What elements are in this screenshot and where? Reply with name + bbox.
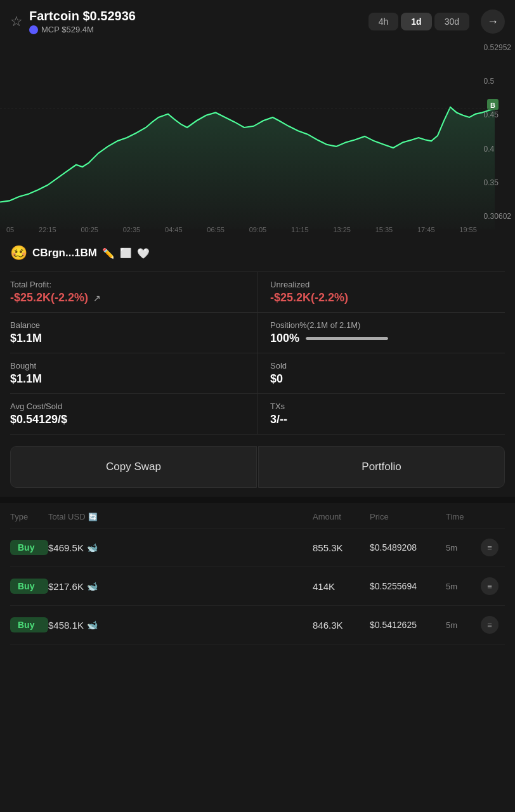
position-bar-fill xyxy=(306,337,388,340)
txs-value: 3/-- xyxy=(270,413,505,426)
col-type: Type xyxy=(10,512,48,521)
tf-4h[interactable]: 4h xyxy=(368,13,399,30)
y-label-4: 0.4 xyxy=(484,145,511,154)
x-label-6: 06:55 xyxy=(207,226,225,233)
y-label-6: 0.30602 xyxy=(484,212,511,221)
account-id-row: 🥴 CBrgn...1BM ✏️ ⬜ 🤍 xyxy=(10,245,505,261)
price-chart: B xyxy=(0,39,515,236)
title-block: Fartcoin $0.52936 MCP $529.4M xyxy=(29,9,362,34)
table-row: Buy $217.6K 🐋 414K $0.5255694 5m ≡ xyxy=(10,567,505,606)
total-profit-value: -$25.2K(-2.2%) xyxy=(10,291,88,304)
account-emoji: 🥴 xyxy=(10,245,27,261)
tx-menu-icon[interactable]: ≡ xyxy=(481,616,499,634)
star-icon[interactable]: ☆ xyxy=(10,13,23,30)
coin-title: Fartcoin $0.52936 xyxy=(29,9,362,23)
tx-price: $0.5489208 xyxy=(370,542,446,553)
x-label-10: 15:35 xyxy=(375,226,393,233)
tf-30d[interactable]: 30d xyxy=(434,13,469,30)
x-label-9: 13:25 xyxy=(333,226,351,233)
y-label-3: 0.45 xyxy=(484,110,511,119)
x-label-4: 02:35 xyxy=(123,226,141,233)
position-bar-row: 100% xyxy=(270,332,505,345)
stat-bought: Bought $1.1M xyxy=(10,353,258,394)
nav-arrow[interactable]: → xyxy=(481,10,505,34)
stat-unrealized: Unrealized -$25.2K(-2.2%) xyxy=(258,272,505,313)
x-label-7: 09:05 xyxy=(249,226,267,233)
timeframe-buttons: 4h 1d 30d xyxy=(368,13,469,30)
mcp-label: MCP $529.4M xyxy=(41,25,94,34)
x-label-2: 22:15 xyxy=(39,226,56,233)
txs-label: TXs xyxy=(270,402,505,411)
sold-label: Sold xyxy=(270,361,505,370)
tx-menu-icon[interactable]: ≡ xyxy=(481,539,499,556)
mcp-subtitle: MCP $529.4M xyxy=(29,25,362,34)
y-label-2: 0.5 xyxy=(484,77,511,86)
svg-marker-0 xyxy=(0,107,495,229)
tx-type-badge: Buy xyxy=(10,617,48,632)
x-label-11: 17:45 xyxy=(417,226,435,233)
stat-position: Position%(2.1M of 2.1M) 100% xyxy=(258,313,505,353)
y-label-5: 0.35 xyxy=(484,178,511,187)
whale-emoji: 🐋 xyxy=(87,620,98,630)
bought-value: $1.1M xyxy=(10,372,247,386)
mcp-dot xyxy=(29,25,38,34)
x-label-3: 00:25 xyxy=(81,226,98,233)
account-id: CBrgn...1BM xyxy=(32,247,97,259)
col-amount: Amount xyxy=(313,512,370,521)
tx-type-badge: Buy xyxy=(10,579,48,594)
y-label-1: 0.52952 xyxy=(484,43,511,52)
copy-swap-button[interactable]: Copy Swap xyxy=(10,446,257,488)
copy-icon[interactable]: ⬜ xyxy=(120,247,132,259)
table-header-row: Type Total USD 🔄 Amount Price Time xyxy=(10,503,505,528)
tx-total: $217.6K 🐋 xyxy=(48,581,313,592)
col-total: Total USD 🔄 xyxy=(48,512,313,521)
stat-avg-cost: Avg Cost/Sold $0.54129/$ xyxy=(10,394,258,435)
position-label: Position%(2.1M of 2.1M) xyxy=(270,320,505,330)
tx-menu-icon[interactable]: ≡ xyxy=(481,577,499,595)
stat-balance: Balance $1.1M xyxy=(10,313,258,353)
edit-icon[interactable]: ✏️ xyxy=(102,247,115,259)
tx-time: 5m xyxy=(446,543,481,553)
portfolio-button[interactable]: Portfolio xyxy=(258,446,505,488)
tx-amount: 846.3K xyxy=(313,620,370,631)
avg-cost-value: $0.54129/$ xyxy=(10,413,247,426)
unrealized-label: Unrealized xyxy=(270,280,505,289)
refresh-icon[interactable]: 🔄 xyxy=(88,513,98,521)
tx-total: $458.1K 🐋 xyxy=(48,620,313,631)
position-bar xyxy=(306,337,388,340)
action-buttons: Copy Swap Portfolio xyxy=(10,446,505,488)
x-label-8: 11:15 xyxy=(291,226,309,233)
tf-1d[interactable]: 1d xyxy=(401,13,431,30)
heart-icon[interactable]: 🤍 xyxy=(137,247,150,259)
balance-label: Balance xyxy=(10,320,247,330)
external-link-icon[interactable]: ↗ xyxy=(93,293,101,303)
transactions-table: Type Total USD 🔄 Amount Price Time Buy $… xyxy=(0,503,515,645)
position-value: 100% xyxy=(270,332,299,345)
stats-grid: Total Profit: -$25.2K(-2.2%) ↗ Unrealize… xyxy=(10,272,505,435)
col-price: Price xyxy=(370,512,446,521)
x-label-1: 05 xyxy=(6,226,14,233)
table-row: Buy $469.5K 🐋 855.3K $0.5489208 5m ≡ xyxy=(10,528,505,567)
tx-amount: 414K xyxy=(313,581,370,592)
avg-cost-label: Avg Cost/Sold xyxy=(10,402,247,411)
tx-time: 5m xyxy=(446,582,481,591)
tx-price: $0.5255694 xyxy=(370,581,446,591)
tx-type-badge: Buy xyxy=(10,540,48,555)
chart-x-labels: 05 22:15 00:25 02:35 04:45 06:55 09:05 1… xyxy=(6,226,477,233)
chart-y-labels: 0.52952 0.5 0.45 0.4 0.35 0.30602 xyxy=(484,39,511,236)
header: ☆ Fartcoin $0.52936 MCP $529.4M 4h 1d 30… xyxy=(0,0,515,39)
chart-container: B 0.52952 0.5 0.45 0.4 0.35 0.30602 05 2… xyxy=(0,39,515,236)
table-row: Buy $458.1K 🐋 846.3K $0.5412625 5m ≡ xyxy=(10,606,505,645)
section-divider xyxy=(0,497,515,503)
balance-value: $1.1M xyxy=(10,332,247,345)
account-section: 🥴 CBrgn...1BM ✏️ ⬜ 🤍 Total Profit: -$25.… xyxy=(0,236,515,488)
total-profit-value-row: -$25.2K(-2.2%) ↗ xyxy=(10,291,247,304)
total-profit-label: Total Profit: xyxy=(10,280,247,289)
unrealized-value: -$25.2K(-2.2%) xyxy=(270,291,505,304)
tx-price: $0.5412625 xyxy=(370,620,446,630)
tx-total: $469.5K 🐋 xyxy=(48,542,313,553)
tx-amount: 855.3K xyxy=(313,542,370,553)
stat-sold: Sold $0 xyxy=(258,353,505,394)
sold-value: $0 xyxy=(270,372,505,386)
whale-emoji: 🐋 xyxy=(87,542,98,553)
